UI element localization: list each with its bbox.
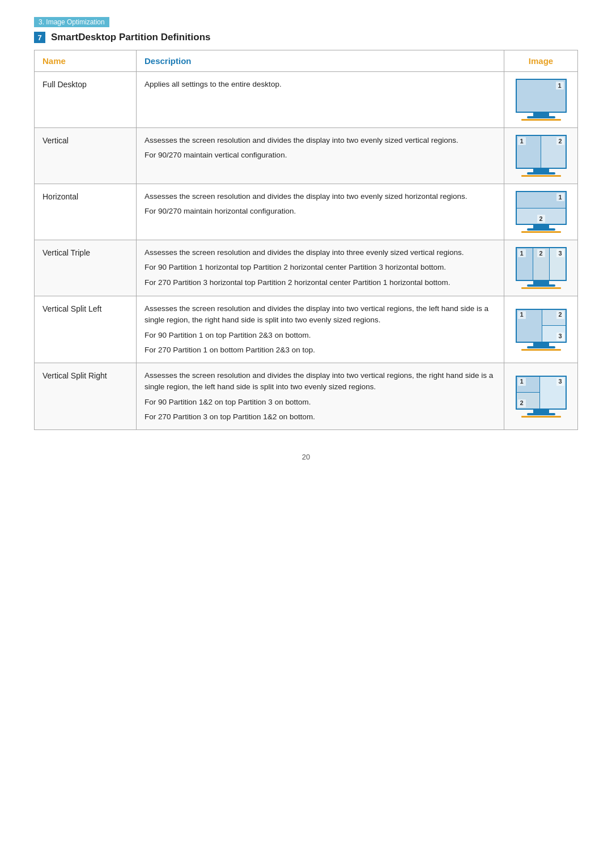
table-row: Vertical Split LeftAssesses the screen r… bbox=[35, 296, 578, 363]
row-image: 1 2 3 bbox=[504, 296, 578, 363]
section-header: 7 SmartDesktop Partition Definitions bbox=[34, 32, 578, 43]
section-number: 7 bbox=[34, 32, 45, 43]
table-row: Full DesktopApplies all settings to the … bbox=[35, 72, 578, 128]
row-description: Applies all settings to the entire deskt… bbox=[137, 72, 504, 128]
page-number: 20 bbox=[34, 453, 578, 461]
row-name: Horizontal bbox=[35, 184, 137, 240]
row-image: 1 2 3 bbox=[504, 240, 578, 296]
row-description: Assesses the screen resolution and divid… bbox=[137, 296, 504, 363]
row-description: Assesses the screen resolution and divid… bbox=[137, 128, 504, 184]
table-row: Vertical Split RightAssesses the screen … bbox=[35, 363, 578, 430]
table-row: VerticalAssesses the screen resolution a… bbox=[35, 128, 578, 184]
row-name: Vertical bbox=[35, 128, 137, 184]
table-row: HorizontalAssesses the screen resolution… bbox=[35, 184, 578, 240]
row-name: Full Desktop bbox=[35, 72, 137, 128]
row-name: Vertical Split Right bbox=[35, 363, 137, 430]
row-description: Assesses the screen resolution and divid… bbox=[137, 184, 504, 240]
row-name: Vertical Triple bbox=[35, 240, 137, 296]
row-image: 1 2 3 bbox=[504, 363, 578, 430]
row-description: Assesses the screen resolution and divid… bbox=[137, 363, 504, 430]
section-title: SmartDesktop Partition Definitions bbox=[51, 32, 210, 43]
row-description: Assesses the screen resolution and divid… bbox=[137, 240, 504, 296]
row-image: 1 2 bbox=[504, 128, 578, 184]
row-name: Vertical Split Left bbox=[35, 296, 137, 363]
table-row: Vertical TripleAssesses the screen resol… bbox=[35, 240, 578, 296]
breadcrumb: 3. Image Optimization bbox=[34, 17, 109, 27]
row-image: 1 2 bbox=[504, 184, 578, 240]
row-image: 1 bbox=[504, 72, 578, 128]
partition-table: Name Description Image Full DesktopAppli… bbox=[34, 50, 578, 430]
col-header-image: Image bbox=[504, 50, 578, 72]
col-header-description: Description bbox=[137, 50, 504, 72]
col-header-name: Name bbox=[35, 50, 137, 72]
